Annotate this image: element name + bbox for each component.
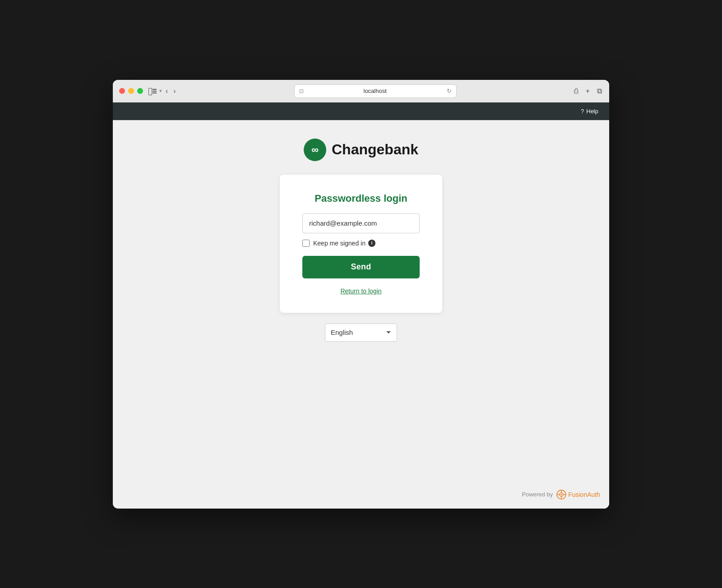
tab-overview-button[interactable]: ⧉ bbox=[596, 86, 603, 96]
browser-actions: ⎙ + ⧉ bbox=[573, 86, 603, 96]
nav-controls: ▾ ‹ › bbox=[148, 87, 178, 96]
language-selector-container: English Spanish French German bbox=[325, 324, 397, 342]
close-button[interactable] bbox=[119, 88, 125, 94]
logo-container: ∞ Changebank bbox=[304, 139, 418, 161]
fusionauth-logo: FusionAuth bbox=[556, 490, 600, 500]
svg-text:∞: ∞ bbox=[311, 144, 319, 155]
url-display: localhost bbox=[307, 88, 443, 94]
sidebar-toggle-icon[interactable] bbox=[148, 88, 157, 94]
info-icon[interactable]: i bbox=[368, 240, 375, 247]
language-select[interactable]: English Spanish French German bbox=[325, 324, 397, 342]
fusionauth-name: FusionAuth bbox=[568, 491, 600, 498]
new-tab-button[interactable]: + bbox=[585, 86, 591, 96]
browser-chrome: ▾ ‹ › ⊡ localhost ↻ ⎙ + ⧉ ? Help bbox=[113, 80, 609, 120]
card-title: Passwordless login bbox=[315, 193, 407, 204]
changebank-logo-icon: ∞ bbox=[304, 139, 326, 161]
address-bar[interactable]: ⊡ localhost ↻ bbox=[294, 84, 457, 98]
keep-signed-in-checkbox[interactable] bbox=[302, 240, 310, 247]
back-button[interactable]: ‹ bbox=[164, 87, 170, 96]
browser-toolbar: ▾ ‹ › ⊡ localhost ↻ ⎙ + ⧉ bbox=[113, 80, 609, 102]
fusionauth-icon bbox=[556, 490, 566, 500]
help-label: Help bbox=[586, 108, 598, 115]
keep-signed-in-label: Keep me signed in i bbox=[313, 240, 375, 247]
send-button[interactable]: Send bbox=[302, 256, 420, 278]
browser-window: ▾ ‹ › ⊡ localhost ↻ ⎙ + ⧉ ? Help bbox=[113, 80, 609, 509]
minimize-button[interactable] bbox=[128, 88, 134, 94]
logo-text: Changebank bbox=[332, 141, 418, 158]
fusionauth-second: Auth bbox=[587, 491, 600, 498]
powered-by-text: Powered by bbox=[522, 491, 553, 498]
email-input[interactable] bbox=[302, 213, 420, 233]
page-icon: ⊡ bbox=[299, 88, 304, 94]
forward-button[interactable]: › bbox=[171, 87, 177, 96]
page-footer: Powered by FusionAuth bbox=[522, 490, 601, 500]
return-to-login-link[interactable]: Return to login bbox=[340, 287, 381, 295]
share-button[interactable]: ⎙ bbox=[573, 86, 579, 96]
login-card: Passwordless login Keep me signed in i S… bbox=[280, 175, 442, 313]
chevron-down-icon: ▾ bbox=[159, 88, 162, 94]
help-section: ? Help bbox=[113, 102, 609, 120]
page-content: ∞ Changebank Passwordless login Keep me … bbox=[113, 120, 609, 509]
fusionauth-first: Fusion bbox=[568, 491, 587, 498]
form-section: Keep me signed in i bbox=[302, 213, 420, 247]
svg-point-4 bbox=[561, 494, 562, 495]
checkbox-row: Keep me signed in i bbox=[302, 240, 420, 247]
reload-button[interactable]: ↻ bbox=[447, 88, 452, 94]
maximize-button[interactable] bbox=[137, 88, 143, 94]
help-button[interactable]: ? Help bbox=[577, 106, 602, 116]
help-icon: ? bbox=[581, 108, 584, 115]
traffic-lights bbox=[119, 88, 143, 94]
address-bar-container: ⊡ localhost ↻ bbox=[183, 84, 568, 98]
